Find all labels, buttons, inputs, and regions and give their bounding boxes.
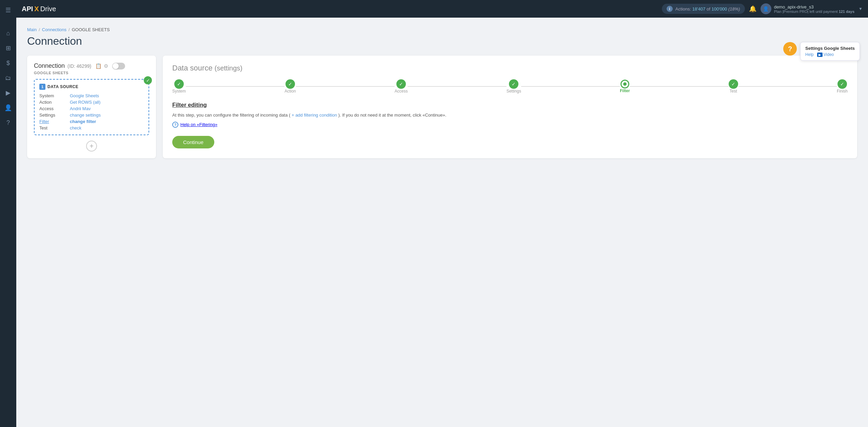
step-action: ✓ Action [284, 79, 296, 94]
step-test: ✓ Test [729, 79, 738, 94]
step-label-action: Action [284, 89, 296, 94]
breadcrumb-main[interactable]: Main [27, 27, 37, 32]
datasource-rows: System Google Sheets Action Get ROWS (al… [39, 93, 144, 130]
step-connector-3 [408, 86, 506, 87]
actions-count: 18'407 [692, 6, 706, 12]
help-widget: ? Settings Google Sheets Help ▶ Video [783, 42, 860, 61]
step-settings: ✓ Settings [507, 79, 521, 94]
step-circle-finish: ✓ [837, 79, 847, 89]
step-circle-system: ✓ [174, 79, 184, 89]
step-circle-action: ✓ [285, 79, 295, 89]
step-label-system: System [172, 89, 186, 94]
row-action-val[interactable]: Get ROWS (all) [70, 100, 144, 105]
step-access: ✓ Access [395, 79, 408, 94]
brand-x: X [34, 5, 39, 13]
navbar: API X Drive i Actions: 18'407 of 100'000… [16, 0, 868, 18]
datasource-block: ✓ 1 DATA SOURCE System Google Sheets Act… [34, 79, 149, 135]
breadcrumb: Main / Connections / GOOGLE SHEETS [27, 27, 857, 32]
help-box-title: Settings Google Sheets [805, 46, 855, 51]
step-circle-test: ✓ [729, 79, 738, 89]
row-action-key: Action [39, 100, 70, 105]
row-filter-key[interactable]: Filter [39, 119, 70, 124]
copy-icon[interactable]: 📋 [95, 63, 102, 69]
row-test-val[interactable]: check [70, 125, 144, 130]
row-filter-val[interactable]: change filter [70, 119, 144, 124]
step-label-finish: Finish [837, 89, 848, 94]
step-connector-1 [186, 86, 284, 87]
home-icon[interactable]: ⌂ [2, 27, 14, 39]
actions-pct: (18%) [728, 6, 740, 12]
settings-panel: Data source (settings) ✓ System ✓ Ac [163, 56, 857, 158]
help-link[interactable]: Help [805, 52, 814, 57]
user-name: demo_apix-drive_s3 [774, 4, 854, 9]
actions-badge: i Actions: 18'407 of 100'000 (18%) [662, 4, 745, 14]
step-label-settings: Settings [507, 89, 521, 94]
add-filter-link[interactable]: + add filtering condition [292, 113, 337, 118]
dollar-icon[interactable]: $ [2, 57, 14, 69]
connections-icon[interactable]: ⊞ [2, 42, 14, 54]
menu-icon[interactable]: ☰ [2, 4, 14, 16]
datasource-check-icon: ✓ [144, 76, 152, 84]
info-icon: i [667, 6, 673, 12]
card-header: Connection (ID: 46299) 📋 ⚙ [34, 62, 149, 69]
filtering-help-link[interactable]: Help on «Filtering» [180, 122, 217, 127]
bell-icon[interactable]: 🔔 [749, 5, 756, 13]
row-system-key: System [39, 93, 70, 98]
help-circle-button[interactable]: ? [783, 42, 797, 56]
page-title: Connection [27, 35, 857, 47]
step-finish: ✓ Finish [837, 79, 848, 94]
filter-desc: At this step, you can configure the filt… [172, 112, 848, 119]
brand-logo[interactable]: API X Drive [22, 5, 56, 13]
card-subtitle: GOOGLE SHEETS [34, 71, 149, 75]
row-settings-key: Settings [39, 113, 70, 118]
row-access-key: Access [39, 106, 70, 111]
content-area: ? Settings Google Sheets Help ▶ Video Ma… [16, 18, 868, 427]
step-circle-access: ✓ [396, 79, 406, 89]
user-icon[interactable]: 👤 [2, 102, 14, 114]
actions-label: Actions: [675, 6, 691, 12]
add-button[interactable]: + [86, 141, 97, 151]
filter-title: Filter editing [172, 102, 848, 108]
video-link[interactable]: ▶ Video [817, 52, 834, 57]
panel-title: Data source (settings) [172, 64, 848, 73]
breadcrumb-current: GOOGLE SHEETS [72, 27, 110, 32]
datasource-title: DATA SOURCE [47, 84, 78, 89]
user-info: 👤 demo_apix-drive_s3 Plan |Premium PRO| … [761, 3, 854, 14]
toggle-knob [113, 63, 119, 69]
step-circle-filter [620, 80, 629, 88]
step-circle-settings: ✓ [509, 79, 518, 89]
row-test-key: Test [39, 125, 70, 130]
step-label-test: Test [730, 89, 737, 94]
actions-total: 100'000 [711, 6, 727, 12]
card-title: Connection [34, 62, 65, 69]
toggle-switch[interactable] [112, 63, 125, 69]
settings-icon[interactable]: ⚙ [104, 63, 108, 69]
avatar: 👤 [761, 3, 771, 14]
connection-card: Connection (ID: 46299) 📋 ⚙ GOOGLE SHEETS… [27, 56, 156, 158]
step-filter: Filter [620, 80, 630, 93]
briefcase-icon[interactable]: 🗂 [2, 72, 14, 84]
question-icon[interactable]: ? [2, 117, 14, 129]
user-plan: Plan |Premium PRO| left until payment 12… [774, 9, 854, 14]
datasource-num: 1 [39, 84, 45, 90]
step-connector-5 [630, 86, 729, 87]
actions-text: Actions: 18'407 of 100'000 (18%) [675, 6, 740, 12]
card-id: (ID: 46299) [67, 63, 91, 69]
actions-of: of [707, 6, 710, 12]
filter-help: ? Help on «Filtering» [172, 122, 848, 128]
sidebar: ☰ ⌂ ⊞ $ 🗂 ▶ 👤 ? [0, 0, 16, 427]
help-q-icon: ? [172, 122, 178, 128]
brand-drive: Drive [40, 5, 56, 13]
card-icons: 📋 ⚙ [95, 63, 108, 69]
row-settings-val[interactable]: change settings [70, 113, 144, 118]
row-system-val[interactable]: Google Sheets [70, 93, 144, 98]
youtube-icon[interactable]: ▶ [2, 87, 14, 99]
chevron-down-icon[interactable]: ▼ [859, 6, 863, 11]
step-label-filter: Filter [620, 88, 630, 93]
step-system: ✓ System [172, 79, 186, 94]
cards-row: Connection (ID: 46299) 📋 ⚙ GOOGLE SHEETS… [27, 56, 857, 158]
row-access-val[interactable]: Andrii Mav [70, 106, 144, 111]
breadcrumb-connections[interactable]: Connections [42, 27, 66, 32]
datasource-label: 1 DATA SOURCE [39, 84, 144, 90]
continue-button[interactable]: Continue [172, 136, 214, 148]
